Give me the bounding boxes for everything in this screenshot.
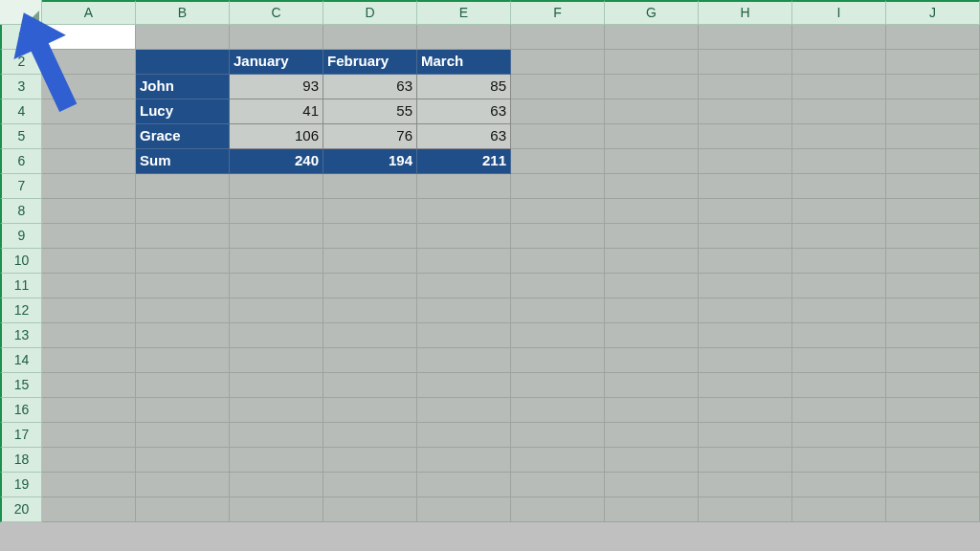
cell-H6[interactable] — [699, 149, 792, 174]
cell-H10[interactable] — [699, 249, 792, 274]
cell-G4[interactable] — [605, 99, 699, 124]
cell-H7[interactable] — [699, 174, 792, 199]
row-header-7[interactable]: 7 — [0, 174, 42, 199]
cell-C18[interactable] — [230, 448, 323, 473]
cell-C5[interactable]: 106 — [230, 124, 323, 149]
column-header-B[interactable]: B — [136, 0, 230, 25]
cell-E7[interactable] — [417, 174, 511, 199]
cell-B4[interactable]: Lucy — [136, 99, 230, 124]
cell-E8[interactable] — [417, 199, 511, 224]
cell-A2[interactable] — [42, 50, 136, 75]
cell-F16[interactable] — [511, 398, 605, 423]
cell-I12[interactable] — [792, 298, 886, 323]
cell-G17[interactable] — [605, 423, 699, 448]
cell-G2[interactable] — [605, 50, 699, 75]
cell-D4[interactable]: 55 — [323, 99, 417, 124]
cell-C19[interactable] — [230, 473, 323, 497]
cell-D1[interactable] — [323, 25, 417, 50]
row-header-10[interactable]: 10 — [0, 249, 42, 274]
cell-A13[interactable] — [42, 323, 136, 348]
cell-E6[interactable]: 211 — [417, 149, 511, 174]
cell-A1[interactable] — [42, 25, 136, 50]
cell-A6[interactable] — [42, 149, 136, 174]
cell-C9[interactable] — [230, 224, 323, 249]
cell-H2[interactable] — [699, 50, 792, 75]
cell-D14[interactable] — [323, 348, 417, 373]
cell-G18[interactable] — [605, 448, 699, 473]
row-header-16[interactable]: 16 — [0, 398, 42, 423]
cell-H1[interactable] — [699, 25, 792, 50]
cell-G12[interactable] — [605, 298, 699, 323]
cell-A12[interactable] — [42, 298, 136, 323]
cell-J20[interactable] — [886, 497, 980, 522]
cell-A5[interactable] — [42, 124, 136, 149]
cell-E15[interactable] — [417, 373, 511, 398]
cell-J8[interactable] — [886, 199, 980, 224]
cell-D11[interactable] — [323, 274, 417, 298]
cell-F12[interactable] — [511, 298, 605, 323]
cell-I11[interactable] — [792, 274, 886, 298]
cell-H19[interactable] — [699, 473, 792, 497]
column-header-I[interactable]: I — [792, 0, 886, 25]
cell-J15[interactable] — [886, 373, 980, 398]
row-header-3[interactable]: 3 — [0, 75, 42, 99]
cell-F2[interactable] — [511, 50, 605, 75]
cell-J11[interactable] — [886, 274, 980, 298]
cell-H14[interactable] — [699, 348, 792, 373]
cell-B15[interactable] — [136, 373, 230, 398]
cell-D10[interactable] — [323, 249, 417, 274]
cell-F4[interactable] — [511, 99, 605, 124]
cell-F6[interactable] — [511, 149, 605, 174]
column-header-C[interactable]: C — [230, 0, 323, 25]
cell-I17[interactable] — [792, 423, 886, 448]
row-header-18[interactable]: 18 — [0, 448, 42, 473]
cell-J5[interactable] — [886, 124, 980, 149]
cell-I8[interactable] — [792, 199, 886, 224]
row-header-1[interactable]: 1 — [0, 25, 42, 50]
cell-A20[interactable] — [42, 497, 136, 522]
cell-C4[interactable]: 41 — [230, 99, 323, 124]
column-header-G[interactable]: G — [605, 0, 699, 25]
cell-F3[interactable] — [511, 75, 605, 99]
cell-H11[interactable] — [699, 274, 792, 298]
cell-J6[interactable] — [886, 149, 980, 174]
cell-G9[interactable] — [605, 224, 699, 249]
cell-D15[interactable] — [323, 373, 417, 398]
cell-G6[interactable] — [605, 149, 699, 174]
cell-G19[interactable] — [605, 473, 699, 497]
cell-J10[interactable] — [886, 249, 980, 274]
cell-C8[interactable] — [230, 199, 323, 224]
cell-E9[interactable] — [417, 224, 511, 249]
cell-B8[interactable] — [136, 199, 230, 224]
cell-C2[interactable]: January — [230, 50, 323, 75]
cell-F15[interactable] — [511, 373, 605, 398]
cell-J1[interactable] — [886, 25, 980, 50]
cell-D2[interactable]: February — [323, 50, 417, 75]
cell-G16[interactable] — [605, 398, 699, 423]
cell-C3[interactable]: 93 — [230, 75, 323, 99]
cell-C13[interactable] — [230, 323, 323, 348]
cell-H17[interactable] — [699, 423, 792, 448]
cell-C7[interactable] — [230, 174, 323, 199]
cell-F14[interactable] — [511, 348, 605, 373]
cell-J16[interactable] — [886, 398, 980, 423]
cell-A11[interactable] — [42, 274, 136, 298]
cell-D7[interactable] — [323, 174, 417, 199]
cell-E1[interactable] — [417, 25, 511, 50]
cell-J2[interactable] — [886, 50, 980, 75]
cell-E19[interactable] — [417, 473, 511, 497]
cell-I18[interactable] — [792, 448, 886, 473]
row-header-20[interactable]: 20 — [0, 497, 42, 522]
cell-D5[interactable]: 76 — [323, 124, 417, 149]
cell-C11[interactable] — [230, 274, 323, 298]
cell-J17[interactable] — [886, 423, 980, 448]
cell-I15[interactable] — [792, 373, 886, 398]
cell-B12[interactable] — [136, 298, 230, 323]
cell-D3[interactable]: 63 — [323, 75, 417, 99]
cell-J4[interactable] — [886, 99, 980, 124]
cell-H8[interactable] — [699, 199, 792, 224]
row-header-11[interactable]: 11 — [0, 274, 42, 298]
cell-G10[interactable] — [605, 249, 699, 274]
cell-F13[interactable] — [511, 323, 605, 348]
cell-F20[interactable] — [511, 497, 605, 522]
